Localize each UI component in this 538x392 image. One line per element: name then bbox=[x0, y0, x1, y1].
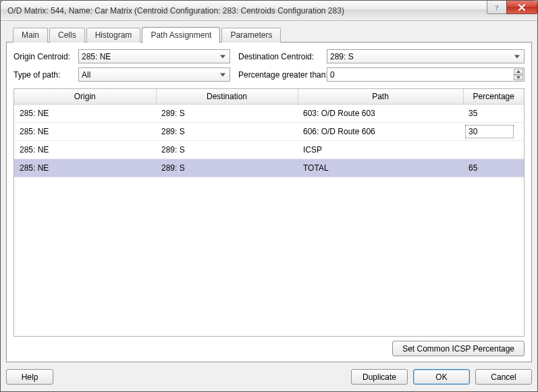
cell-destination: 289: S bbox=[156, 123, 298, 141]
cell-origin: 285: NE bbox=[14, 141, 156, 159]
tab-path-assignment[interactable]: Path Assignment bbox=[142, 27, 220, 43]
cell-path: 603: O/D Route 603 bbox=[298, 105, 463, 123]
cell-origin: 285: NE bbox=[14, 105, 156, 123]
help-icon[interactable]: ? bbox=[487, 1, 507, 14]
help-button[interactable]: Help bbox=[6, 369, 53, 385]
col-header-origin[interactable]: Origin bbox=[14, 89, 156, 105]
type-of-path-label: Type of path: bbox=[14, 70, 74, 80]
cell-percentage[interactable]: 35 bbox=[463, 105, 524, 123]
type-of-path-combo[interactable]: All bbox=[78, 67, 230, 82]
dialog-window: O/D Matrix: 544, Name: Car Matrix (Centr… bbox=[0, 0, 538, 392]
origin-centroid-value: 285: NE bbox=[82, 52, 111, 61]
origin-centroid-label: Origin Centroid: bbox=[14, 52, 74, 61]
row-origin-dest: Origin Centroid: 285: NE Destination Cen… bbox=[14, 49, 524, 63]
table-row[interactable]: 285: NE289: SICSP bbox=[14, 141, 524, 159]
path-table: Origin Destination Path Percentage 285: … bbox=[14, 89, 524, 177]
cell-path: 606: O/D Route 606 bbox=[298, 123, 463, 141]
cell-percentage[interactable]: 30 bbox=[463, 123, 524, 141]
cell-destination: 289: S bbox=[156, 105, 298, 123]
origin-centroid-combo[interactable]: 285: NE bbox=[78, 49, 230, 63]
cell-path: ICSP bbox=[298, 141, 463, 159]
dest-centroid-label: Destination Centroid: bbox=[238, 52, 323, 61]
cell-origin: 285: NE bbox=[14, 123, 156, 141]
tab-histogram[interactable]: Histogram bbox=[86, 28, 141, 43]
table-row[interactable]: 285: NE289: S606: O/D Route 60630 bbox=[14, 123, 524, 141]
dest-centroid-value: 289: S bbox=[330, 52, 354, 61]
close-icon[interactable] bbox=[506, 1, 537, 14]
window-title: O/D Matrix: 544, Name: Car Matrix (Centr… bbox=[7, 6, 487, 16]
cancel-button[interactable]: Cancel bbox=[475, 369, 532, 385]
under-table-row: Set Common ICSP Percentage bbox=[14, 341, 524, 356]
row-type-pct: Type of path: All Percentage greater tha… bbox=[14, 67, 524, 82]
pct-greater-label: Percentage greater than: bbox=[238, 70, 323, 80]
pct-greater-spinner[interactable]: 0 bbox=[327, 67, 524, 82]
ok-button[interactable]: OK bbox=[413, 369, 470, 385]
cell-percentage[interactable] bbox=[463, 141, 524, 159]
col-header-destination[interactable]: Destination bbox=[156, 89, 298, 105]
tab-cells[interactable]: Cells bbox=[49, 28, 85, 43]
col-header-percentage[interactable]: Percentage bbox=[463, 89, 524, 105]
pct-greater-value: 0 bbox=[330, 70, 335, 80]
tabstrip: Main Cells Histogram Path Assignment Par… bbox=[13, 26, 532, 42]
table-row[interactable]: 285: NE289: STOTAL65 bbox=[14, 159, 524, 177]
dest-centroid-combo[interactable]: 289: S bbox=[327, 49, 524, 63]
cell-path: TOTAL bbox=[298, 159, 463, 177]
tab-parameters[interactable]: Parameters bbox=[221, 28, 281, 43]
titlebar-buttons: ? bbox=[487, 1, 537, 20]
col-header-path[interactable]: Path bbox=[298, 89, 463, 105]
tab-main[interactable]: Main bbox=[13, 28, 48, 43]
table-header-row: Origin Destination Path Percentage bbox=[14, 89, 524, 105]
cell-percentage[interactable]: 65 bbox=[463, 159, 524, 177]
path-table-wrap: Origin Destination Path Percentage 285: … bbox=[14, 88, 524, 337]
set-common-icsp-button[interactable]: Set Common ICSP Percentage bbox=[392, 341, 524, 356]
tab-page-path-assignment: Origin Centroid: 285: NE Destination Cen… bbox=[6, 42, 532, 362]
cell-destination: 289: S bbox=[156, 141, 298, 159]
percentage-edit-input[interactable]: 30 bbox=[465, 125, 514, 138]
titlebar: O/D Matrix: 544, Name: Car Matrix (Centr… bbox=[1, 1, 537, 21]
dialog-footer: Help Duplicate OK Cancel bbox=[6, 369, 532, 385]
cell-origin: 285: NE bbox=[14, 159, 156, 177]
svg-text:?: ? bbox=[495, 3, 499, 11]
spinner-down-icon[interactable] bbox=[514, 75, 523, 81]
client-area: Main Cells Histogram Path Assignment Par… bbox=[1, 21, 537, 391]
type-of-path-value: All bbox=[82, 70, 90, 80]
spinner-up-icon[interactable] bbox=[514, 69, 523, 75]
table-row[interactable]: 285: NE289: S603: O/D Route 60335 bbox=[14, 105, 524, 123]
cell-destination: 289: S bbox=[156, 159, 298, 177]
spinner-arrows bbox=[514, 69, 523, 80]
duplicate-button[interactable]: Duplicate bbox=[351, 369, 408, 385]
